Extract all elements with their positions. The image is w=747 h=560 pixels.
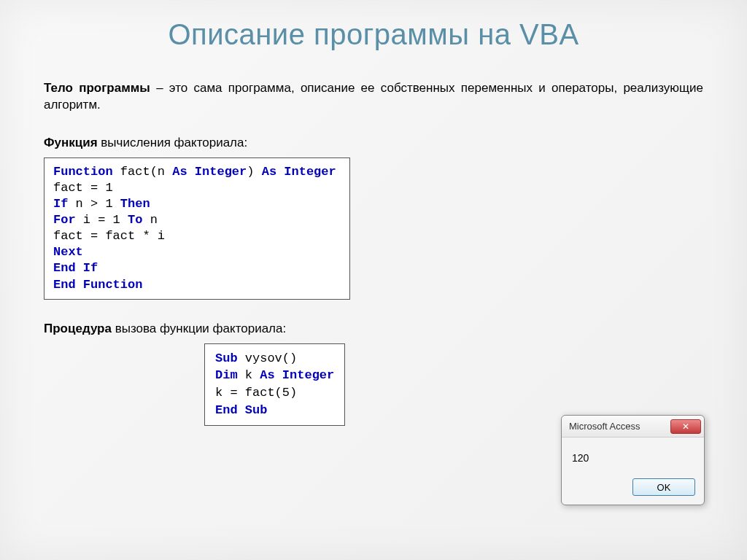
code-function: Function fact(n As Integer) As Integer f… — [44, 158, 350, 300]
dialog-title: Microsoft Access — [569, 421, 640, 432]
dialog-body: 120 — [562, 438, 704, 472]
dialog-titlebar: Microsoft Access ✕ — [562, 416, 704, 438]
body-text: Тело программы – это сама программа, опи… — [44, 80, 703, 114]
procedure-label: Процедура вызова функции факториала: — [44, 322, 703, 336]
msgbox-dialog: Microsoft Access ✕ 120 OK — [561, 415, 705, 505]
ok-button[interactable]: OK — [632, 478, 695, 496]
function-label-rest: вычисления факториала: — [98, 136, 248, 149]
function-label-bold: Функция — [44, 136, 98, 149]
close-icon: ✕ — [682, 421, 689, 432]
dialog-footer: OK — [562, 472, 704, 505]
body-bold: Тело программы — [44, 81, 150, 95]
procedure-label-bold: Процедура — [44, 322, 112, 335]
close-button[interactable]: ✕ — [670, 419, 701, 434]
code-procedure: Sub vysov() Dim k As Integer k = fact(5)… — [204, 343, 345, 426]
slide: Описание программы на VBA Тело программы… — [0, 0, 747, 560]
slide-title: Описание программы на VBA — [44, 18, 703, 51]
dialog-value: 120 — [572, 452, 589, 464]
function-label: Функция вычисления факториала: — [44, 136, 703, 150]
procedure-label-rest: вызова функции факториала: — [112, 322, 286, 335]
